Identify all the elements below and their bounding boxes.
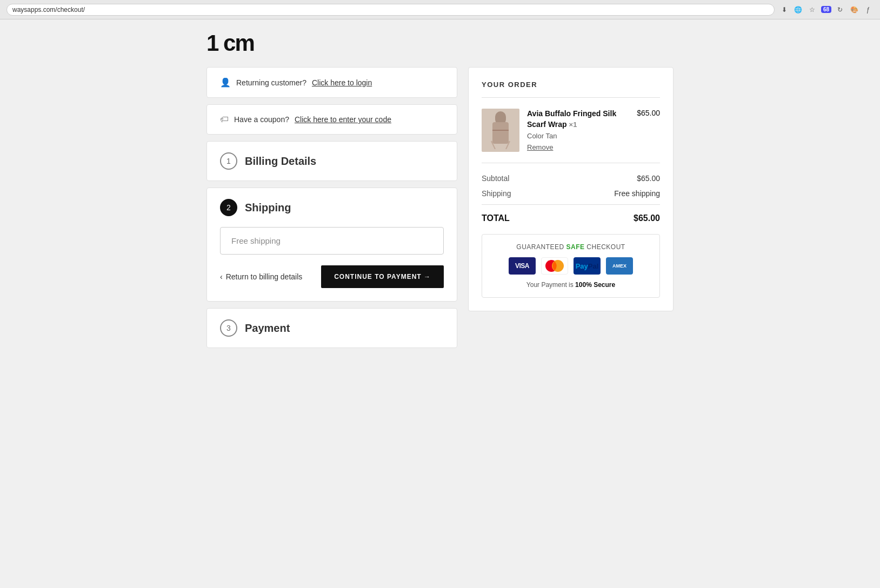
coupon-icon: 🏷 bbox=[220, 115, 229, 124]
script-icon[interactable]: ƒ bbox=[863, 4, 874, 15]
total-value: $65.00 bbox=[634, 213, 660, 223]
shipping-step-title: Shipping bbox=[245, 202, 291, 214]
product-image-svg bbox=[487, 111, 514, 149]
left-column: 👤 Returning customer? Click here to logi… bbox=[206, 67, 457, 355]
site-logo: 1 cm bbox=[116, 30, 764, 67]
item-qty: ×1 bbox=[569, 121, 577, 129]
browser-bar: waysapps.com/checkout/ ⬇ 🌐 ☆ 68 ↻ 🎨 ƒ bbox=[0, 0, 880, 19]
refresh-icon[interactable]: ↻ bbox=[835, 4, 845, 15]
safe-checkout-section: GUARANTEED SAFE CHECKOUT VISA Pa bbox=[482, 234, 660, 298]
main-layout: 👤 Returning customer? Click here to logi… bbox=[116, 67, 764, 355]
back-link-label: Return to billing details bbox=[226, 272, 303, 281]
item-details: Avia Buffalo Fringed Silk Scarf Wrap ×1 … bbox=[527, 109, 629, 152]
step-1-number: 1 bbox=[220, 152, 237, 170]
item-image bbox=[482, 109, 519, 152]
payment-icons: VISA PayPal AMEX bbox=[491, 257, 651, 275]
order-item: Avia Buffalo Fringed Silk Scarf Wrap ×1 … bbox=[482, 109, 660, 163]
item-color: Color Tan bbox=[527, 132, 629, 140]
shipping-step-nav: ‹ Return to billing details CONTINUE TO … bbox=[220, 265, 444, 288]
translate-icon[interactable]: 🌐 bbox=[793, 4, 804, 15]
order-panel: YOUR ORDER bbox=[468, 67, 674, 311]
paypal-icon: PayPal bbox=[574, 257, 601, 275]
visa-icon: VISA bbox=[509, 257, 536, 275]
safe-checkout-title: GUARANTEED SAFE CHECKOUT bbox=[491, 243, 651, 251]
billing-step-section: 1 Billing Details bbox=[206, 141, 457, 181]
login-link[interactable]: Click here to login bbox=[312, 78, 372, 87]
amex-icon: AMEX bbox=[606, 257, 633, 275]
url-bar[interactable]: waysapps.com/checkout/ bbox=[6, 4, 775, 16]
billing-step-title: Billing Details bbox=[245, 155, 316, 168]
item-price: $65.00 bbox=[637, 109, 660, 152]
mastercard-icon bbox=[541, 257, 568, 275]
user-icon: 👤 bbox=[220, 77, 231, 88]
color-picker-icon[interactable]: 🎨 bbox=[849, 4, 859, 15]
shipping-step-section: 2 Shipping Free shipping ‹ Return to bil… bbox=[206, 188, 457, 302]
returning-customer-bar: 👤 Returning customer? Click here to logi… bbox=[206, 67, 457, 98]
shipping-value: Free shipping bbox=[614, 189, 660, 198]
browser-icons: ⬇ 🌐 ☆ 68 ↻ 🎨 ƒ bbox=[779, 4, 874, 15]
step-3-number: 3 bbox=[220, 319, 237, 337]
secure-text: Your Payment is 100% Secure bbox=[491, 281, 651, 289]
shipping-option[interactable]: Free shipping bbox=[220, 227, 444, 255]
total-row: TOTAL $65.00 bbox=[482, 204, 660, 223]
subtotal-label: Subtotal bbox=[482, 174, 509, 183]
svg-rect-1 bbox=[492, 122, 509, 144]
extension-badge: 68 bbox=[821, 6, 831, 13]
bookmark-icon[interactable]: ☆ bbox=[807, 4, 818, 15]
order-title: YOUR ORDER bbox=[482, 81, 660, 98]
shipping-step-header: 2 Shipping bbox=[207, 188, 457, 227]
page-content: 1 cm 👤 Returning customer? Click here to… bbox=[116, 19, 764, 365]
subtotal-value: $65.00 bbox=[637, 174, 660, 183]
continue-to-payment-button[interactable]: CONTINUE TO PAYMENT → bbox=[321, 265, 444, 288]
subtotal-row: Subtotal $65.00 bbox=[482, 174, 660, 183]
back-to-billing-link[interactable]: ‹ Return to billing details bbox=[220, 272, 302, 281]
right-column: YOUR ORDER bbox=[468, 67, 674, 355]
payment-step-header: 3 Payment bbox=[207, 309, 457, 348]
item-name: Avia Buffalo Fringed Silk Scarf Wrap ×1 bbox=[527, 109, 629, 130]
total-label: TOTAL bbox=[482, 213, 510, 223]
returning-customer-text: Returning customer? bbox=[236, 78, 306, 87]
coupon-link[interactable]: Click here to enter your code bbox=[295, 115, 391, 124]
step-2-number: 2 bbox=[220, 199, 237, 216]
shipping-step-body: Free shipping ‹ Return to billing detail… bbox=[207, 227, 457, 301]
coupon-text: Have a coupon? bbox=[234, 115, 289, 124]
payment-step-section: 3 Payment bbox=[206, 308, 457, 348]
item-remove-link[interactable]: Remove bbox=[527, 143, 629, 151]
billing-step-header: 1 Billing Details bbox=[207, 142, 457, 181]
shipping-label: Shipping bbox=[482, 189, 511, 198]
shipping-option-label: Free shipping bbox=[231, 236, 281, 245]
coupon-bar: 🏷 Have a coupon? Click here to enter you… bbox=[206, 104, 457, 135]
payment-step-title: Payment bbox=[245, 322, 290, 335]
shipping-row: Shipping Free shipping bbox=[482, 189, 660, 198]
download-icon[interactable]: ⬇ bbox=[779, 4, 790, 15]
back-chevron-icon: ‹ bbox=[220, 272, 223, 281]
